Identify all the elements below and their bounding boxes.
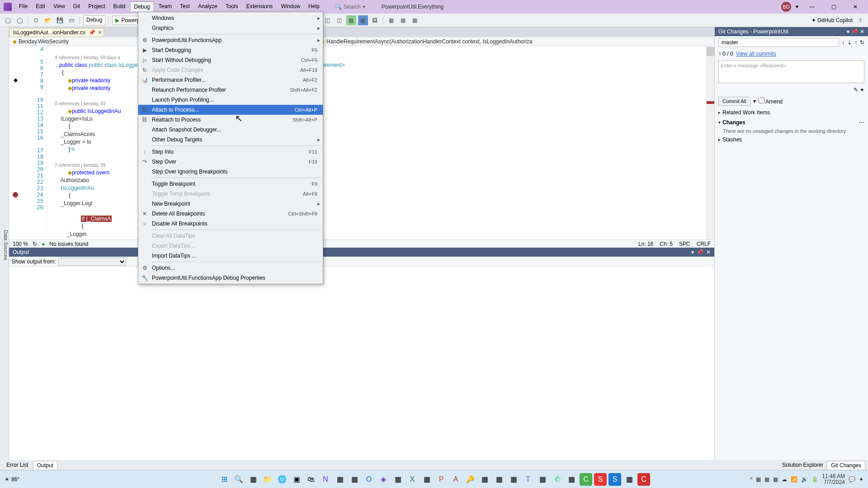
view-all-commits-link[interactable]: View all commits xyxy=(736,51,776,57)
menu-item-launch-python-profiling[interactable]: Launch Python Profiling... xyxy=(138,95,323,105)
app-icon[interactable]: S xyxy=(609,473,621,486)
user-avatar[interactable]: BD xyxy=(781,2,791,12)
breakpoint-icon[interactable] xyxy=(13,192,18,197)
save-button[interactable]: 💾 xyxy=(55,15,65,25)
code-editor[interactable]: ◆ 45678910111213141516171819202122232425… xyxy=(9,46,714,239)
tab-solution-explorer[interactable]: Solution Explorer xyxy=(778,461,827,469)
menu-item-import-datatips[interactable]: Import DataTips ... xyxy=(138,251,323,261)
commit-all-button[interactable]: Commit All xyxy=(718,97,750,106)
notification-icon[interactable]: 💬 xyxy=(849,476,855,483)
related-work-items[interactable]: ▸Related Work Items xyxy=(715,108,868,117)
menu-item-new-breakpoint[interactable]: New Breakpoint▸ xyxy=(138,199,323,209)
zoom-level[interactable]: 100 % xyxy=(13,241,28,247)
menu-team[interactable]: Team xyxy=(155,1,175,12)
copilot-tray-icon[interactable]: ✦ xyxy=(859,476,863,483)
menu-file[interactable]: File xyxy=(15,1,31,12)
tb-icon-13[interactable]: ▦ xyxy=(398,15,408,25)
pin-icon[interactable]: 📌 xyxy=(89,29,95,36)
doc-tab[interactable]: IsLoggedInAut...ionHandler.cs 📌 ✕ xyxy=(9,28,104,37)
menu-item-attach-snapshot-debugger[interactable]: Attach Snapshot Debugger... xyxy=(138,125,323,135)
menu-item-start-debugging[interactable]: ▶Start DebuggingF5 xyxy=(138,45,323,55)
menu-item-options[interactable]: ⚙Options... xyxy=(138,263,323,273)
menu-item-relaunch-performance-profiler[interactable]: Relaunch Performance ProfilerShift+Alt+F… xyxy=(138,85,323,95)
fetch-icon[interactable]: ↓ xyxy=(842,39,844,46)
save-all-button[interactable]: 🗃 xyxy=(66,15,76,25)
vs-icon[interactable]: ◈ xyxy=(377,473,390,486)
tray-icon[interactable]: ▦ xyxy=(764,476,769,483)
tb-icon-7[interactable]: ◫ xyxy=(323,15,333,25)
terminal-icon[interactable]: ▣ xyxy=(290,473,303,486)
menu-item-step-over-ignoring-breakpoints[interactable]: Step Over Ignoring Breakpoints xyxy=(138,167,323,177)
start-button[interactable]: ⊞ xyxy=(218,473,231,486)
app-icon[interactable]: ▦ xyxy=(334,473,346,486)
edge-icon[interactable]: 🌐 xyxy=(276,473,288,486)
menu-item-performance-profiler[interactable]: 📊Performance Profiler...Alt+F2 xyxy=(138,75,323,85)
stashes-section[interactable]: ▸Stashes xyxy=(715,135,868,145)
tb-icon-8[interactable]: ◫ xyxy=(335,15,344,25)
output-pin-icon[interactable]: 📌 xyxy=(697,249,703,255)
menu-item-toggle-breakpoint[interactable]: Toggle BreakpointF9 xyxy=(138,179,323,189)
refresh-icon[interactable]: ↻ xyxy=(33,241,37,247)
menu-item-start-without-debugging[interactable]: ▷Start Without DebuggingCtrl+F5 xyxy=(138,55,323,65)
menu-item-reattach-to-process[interactable]: ⛓Reattach to ProcessShift+Alt+P xyxy=(138,115,323,125)
onedrive-icon[interactable]: ☁ xyxy=(782,476,787,483)
outlook-icon[interactable]: O xyxy=(363,473,375,486)
sparkle-icon[interactable]: ✦ xyxy=(860,87,864,93)
tab-errorlist[interactable]: Error List xyxy=(3,461,32,469)
menu-help[interactable]: Help xyxy=(305,1,323,12)
lineend-indicator[interactable]: CRLF xyxy=(697,241,711,247)
forward-button[interactable]: ◯ xyxy=(14,15,24,25)
app-icon[interactable]: ▦ xyxy=(507,473,520,486)
menu-debug[interactable]: Debug xyxy=(130,1,154,12)
menu-item-disable-all-breakpoints[interactable]: ○Disable All Breakpoints xyxy=(138,219,323,229)
menu-item-graphics[interactable]: Graphics▸ xyxy=(138,23,323,33)
app-icon[interactable]: ▦ xyxy=(565,473,578,486)
menu-item-other-debug-targets[interactable]: Other Debug Targets▸ xyxy=(138,135,323,145)
scrollbar[interactable] xyxy=(706,46,714,239)
menu-item-delete-all-breakpoints[interactable]: ✕Delete All BreakpointsCtrl+Shift+F9 xyxy=(138,209,323,219)
line-indicator[interactable]: Ln: 16 xyxy=(638,241,653,247)
taskview-button[interactable]: ▦ xyxy=(247,473,259,486)
menu-project[interactable]: Project xyxy=(85,1,108,12)
config-combo[interactable]: Debug xyxy=(83,15,105,25)
indent-indicator[interactable]: SPC xyxy=(679,241,690,247)
git-pin-icon[interactable]: 📌 xyxy=(851,28,858,35)
powerpoint-icon[interactable]: P xyxy=(435,473,448,486)
tray-icon[interactable]: ▦ xyxy=(756,476,761,483)
menu-window[interactable]: Window xyxy=(277,1,304,12)
open-button[interactable]: 📂 xyxy=(43,15,53,25)
app-icon[interactable]: ▦ xyxy=(420,473,433,486)
whatsapp-icon[interactable]: ✆ xyxy=(551,473,563,486)
breadcrumb-method[interactable]: ◉HandleRequirementAsync(AuthorizationHan… xyxy=(316,38,714,46)
changes-section[interactable]: ▾Changes⋯ xyxy=(715,117,868,127)
output-dropdown-icon[interactable]: ▾ xyxy=(691,249,694,255)
app-icon[interactable]: ▦ xyxy=(478,473,491,486)
new-item-button[interactable]: 🗋 xyxy=(31,15,41,25)
clock-time[interactable]: 11:48 AM xyxy=(822,474,845,479)
menu-git[interactable]: Git xyxy=(70,1,84,12)
app-icon[interactable]: C xyxy=(637,473,650,486)
output-source-combo[interactable] xyxy=(58,258,126,266)
app-icon[interactable]: ▦ xyxy=(392,473,404,486)
menu-view[interactable]: View xyxy=(50,1,69,12)
explorer-icon[interactable]: 📁 xyxy=(261,473,274,486)
menu-extensions[interactable]: Extensions xyxy=(243,1,277,12)
menu-item-powerpointutil-functionsapp[interactable]: ⚙PowerpointUtil.FunctionsApp▸ xyxy=(138,35,323,45)
app-icon[interactable]: ▦ xyxy=(493,473,505,486)
back-button[interactable]: ◯ xyxy=(3,15,13,25)
clock-date[interactable]: 7/7/2024 xyxy=(822,479,845,485)
search-box[interactable]: 🔍 Search ▾ xyxy=(332,3,368,11)
menu-item-step-into[interactable]: ↓Step IntoF11 xyxy=(138,147,323,157)
output-body[interactable] xyxy=(9,267,714,460)
menu-item-powerpointutil-functionsapp-debug-properties[interactable]: 🔧PowerpointUtil.FunctionsApp Debug Prope… xyxy=(138,273,323,283)
access-icon[interactable]: A xyxy=(449,473,462,486)
tb-icon-10[interactable]: ▦ xyxy=(358,15,368,25)
pull-icon[interactable]: ⇣ xyxy=(847,39,852,46)
git-close-icon[interactable]: ✕ xyxy=(860,28,864,35)
tb-icon-9[interactable]: ▦ xyxy=(346,15,356,25)
menu-test[interactable]: Test xyxy=(176,1,193,12)
ai-icon[interactable]: ✎ xyxy=(854,87,858,93)
app-icon[interactable]: ▦ xyxy=(348,473,361,486)
volume-icon[interactable]: 🔊 xyxy=(801,476,808,483)
tray-arrow-icon[interactable]: ^ xyxy=(750,476,753,483)
